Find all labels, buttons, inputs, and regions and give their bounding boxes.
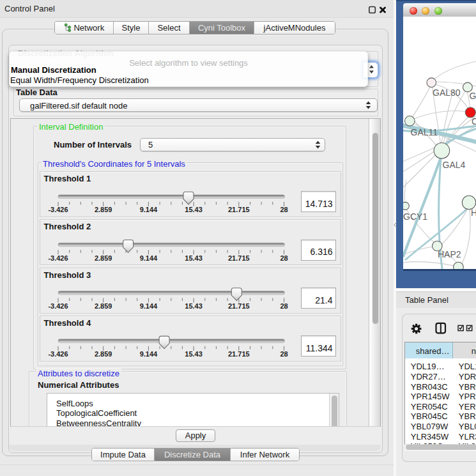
svg-text:HA: HA bbox=[471, 208, 476, 218]
svg-text:GAL4: GAL4 bbox=[443, 160, 466, 170]
svg-text:GAL80: GAL80 bbox=[433, 88, 461, 98]
svg-text:CY: CY bbox=[472, 116, 476, 127]
svg-text:GCY1: GCY1 bbox=[403, 211, 427, 222]
svg-text:GA: GA bbox=[470, 91, 476, 101]
svg-text:HAP2: HAP2 bbox=[438, 249, 461, 259]
svg-text:GAL11: GAL11 bbox=[411, 127, 438, 137]
